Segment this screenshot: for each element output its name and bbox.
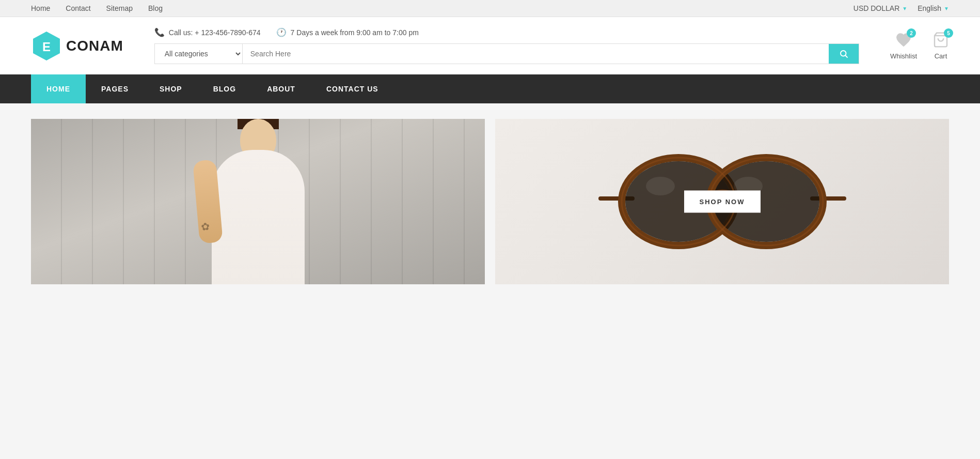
language-label: English <box>918 4 941 12</box>
image-grid: SHOP NOW <box>31 119 949 284</box>
logo-text: CONAM <box>66 38 123 54</box>
nav-shop[interactable]: SHOP <box>144 74 198 103</box>
currency-arrow: ▼ <box>902 6 907 11</box>
svg-point-2 <box>841 51 846 56</box>
fashion-model-image <box>31 119 485 284</box>
top-navigation: Home Contact Sitemap Blog <box>31 4 163 12</box>
phone-info: 📞 Call us: + 123-456-7890-674 <box>154 27 261 37</box>
wishlist-icon-wrap: 2 <box>895 32 912 50</box>
nav-blog[interactable]: BLOG <box>198 74 251 103</box>
nav-pages[interactable]: PAGES <box>86 74 144 103</box>
cart-badge: 5 <box>944 28 953 38</box>
header-right: 2 Whishlist 5 Cart <box>890 32 949 60</box>
top-nav-contact[interactable]: Contact <box>66 4 90 12</box>
phone-icon: 📞 <box>154 27 165 37</box>
person-body <box>212 150 305 284</box>
nav-contact-us[interactable]: CONTACT US <box>311 74 394 103</box>
shop-now-badge[interactable]: SHOP NOW <box>684 191 761 213</box>
svg-point-11 <box>646 177 675 195</box>
currency-selector[interactable]: USD DOLLAR ▼ <box>853 4 907 12</box>
category-select[interactable]: All categoriesClothingAccessoriesShoesBa… <box>155 44 243 64</box>
top-bar: Home Contact Sitemap Blog USD DOLLAR ▼ E… <box>0 0 980 17</box>
main-content: SHOP NOW <box>0 103 980 300</box>
top-nav-blog[interactable]: Blog <box>148 4 163 12</box>
header: E CONAM 📞 Call us: + 123-456-7890-674 🕐 … <box>0 17 980 74</box>
language-selector[interactable]: English ▼ <box>918 4 949 12</box>
hours-text: 7 Days a week from 9:00 am to 7:00 pm <box>291 28 419 37</box>
phone-text: Call us: + 123-456-7890-674 <box>169 28 261 37</box>
search-button[interactable] <box>829 44 859 64</box>
glasses-image-card[interactable]: SHOP NOW <box>495 119 949 284</box>
cart-label: Cart <box>935 52 947 60</box>
nav-home[interactable]: HOME <box>31 74 86 103</box>
search-icon <box>839 49 848 58</box>
search-bar: All categoriesClothingAccessoriesShoesBa… <box>154 43 859 64</box>
top-nav-home[interactable]: Home <box>31 4 50 12</box>
top-right-controls: USD DOLLAR ▼ English ▼ <box>853 4 949 12</box>
header-middle: 📞 Call us: + 123-456-7890-674 🕐 7 Days a… <box>154 27 859 64</box>
main-navbar: HOME PAGES SHOP BLOG ABOUT CONTACT US <box>0 74 980 103</box>
contact-info: 📞 Call us: + 123-456-7890-674 🕐 7 Days a… <box>154 27 859 37</box>
language-arrow: ▼ <box>944 6 949 11</box>
svg-text:E: E <box>42 40 51 54</box>
cart-icon-wrap: 5 <box>932 32 949 50</box>
top-nav-sitemap[interactable]: Sitemap <box>106 4 133 12</box>
nav-about[interactable]: ABOUT <box>251 74 311 103</box>
wishlist-label: Whishlist <box>890 52 917 60</box>
currency-label: USD DOLLAR <box>853 4 899 12</box>
wishlist-button[interactable]: 2 Whishlist <box>890 32 917 60</box>
search-input[interactable] <box>243 44 829 64</box>
fashion-image-card[interactable] <box>31 119 485 284</box>
clock-icon: 🕐 <box>276 27 287 37</box>
cart-button[interactable]: 5 Cart <box>932 32 949 60</box>
logo-area[interactable]: E CONAM <box>31 30 123 62</box>
logo-icon: E <box>31 30 62 62</box>
wishlist-badge: 2 <box>907 28 916 38</box>
hours-info: 🕐 7 Days a week from 9:00 am to 7:00 pm <box>276 27 419 37</box>
svg-line-3 <box>845 55 847 57</box>
